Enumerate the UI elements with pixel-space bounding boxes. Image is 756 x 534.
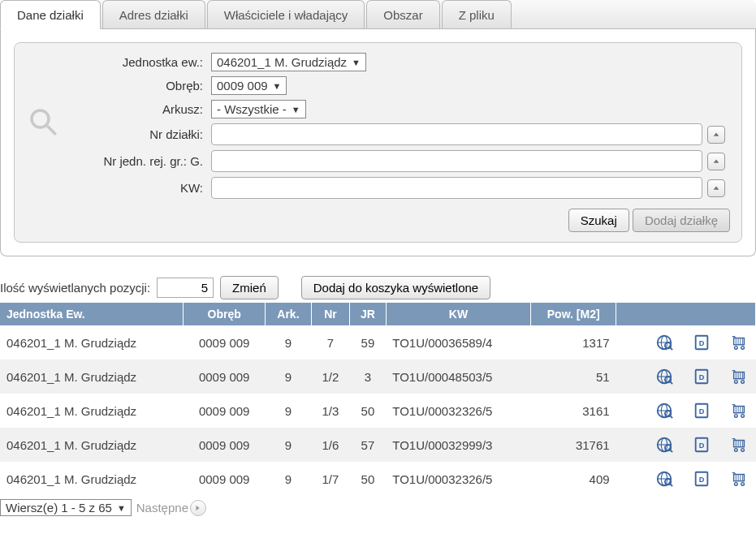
cell-jednostka: 046201_1 M. Grudziądz	[0, 394, 184, 428]
chevron-down-icon: ▼	[117, 503, 126, 513]
cell-pow: 1317	[531, 325, 616, 360]
cell-kw: TO1U/00032326/5	[386, 462, 530, 496]
obreb-value: 0009 009	[217, 79, 268, 93]
kw-input[interactable]	[211, 177, 702, 199]
label-jednostka-ew: Jednostka ew.:	[76, 55, 206, 69]
col-nr[interactable]: Nr	[311, 303, 349, 325]
table-row: 046201_1 M. Grudziądz0009 00991/23TO1U/0…	[0, 360, 756, 394]
arkusz-value: - Wszystkie -	[217, 102, 287, 116]
cell-nr: 1/6	[311, 428, 349, 462]
obreb-select[interactable]: 0009 009 ▼	[211, 76, 287, 95]
cell-kw: TO1U/00036589/4	[386, 325, 530, 360]
cell-jednostka: 046201_1 M. Grudziądz	[0, 325, 184, 360]
label-nr-jedn-rej: Nr jedn. rej. gr.: G.	[76, 154, 206, 168]
cell-ark: 9	[266, 462, 312, 496]
cell-kw: TO1U/00032326/5	[386, 394, 530, 428]
tab-obszar[interactable]: Obszar	[366, 0, 439, 28]
label-arkusz: Arkusz:	[76, 102, 206, 116]
cell-obreb: 0009 009	[184, 394, 266, 428]
cart-icon[interactable]	[728, 334, 750, 351]
map-search-icon[interactable]	[654, 368, 675, 385]
jednostka-ew-select[interactable]: 046201_1 M. Grudziądz ▼	[211, 53, 366, 71]
cart-icon[interactable]	[728, 436, 750, 454]
add-parcel-button[interactable]: Dodaj działkę	[633, 209, 730, 232]
col-jr[interactable]: JR	[350, 303, 387, 325]
tab-dane-dzialki[interactable]: Dane działki	[0, 0, 101, 29]
col-actions	[616, 303, 756, 325]
cell-ark: 9	[266, 325, 312, 360]
col-kw[interactable]: KW	[386, 303, 530, 325]
table-row: 046201_1 M. Grudziądz0009 00991/750TO1U/…	[0, 462, 756, 496]
cell-jednostka: 046201_1 M. Grudziądz	[0, 360, 184, 394]
cell-ark: 9	[266, 394, 312, 428]
tab-z-pliku[interactable]: Z pliku	[442, 0, 512, 28]
nr-jedn-rej-input[interactable]	[211, 150, 702, 172]
search-button[interactable]: Szukaj	[568, 209, 629, 232]
cart-icon[interactable]	[728, 402, 750, 420]
label-obreb: Obręb:	[76, 79, 206, 93]
cell-ark: 9	[266, 360, 312, 394]
tab-wlasciciele[interactable]: Właściciele i władający	[207, 0, 365, 28]
cell-nr: 1/2	[311, 360, 349, 394]
cell-obreb: 0009 009	[184, 428, 266, 462]
nr-jedn-rej-stepper[interactable]	[707, 153, 725, 170]
cell-jr: 50	[350, 394, 387, 428]
table-row: 046201_1 M. Grudziądz0009 00991/350TO1U/…	[0, 394, 756, 428]
map-search-icon[interactable]	[654, 436, 675, 454]
tab-adres-dzialki[interactable]: Adres działki	[102, 0, 205, 28]
document-icon[interactable]	[691, 402, 712, 420]
cell-pow: 31761	[531, 428, 616, 462]
add-to-cart-visible-button[interactable]: Dodaj do koszyka wyświetlone	[301, 276, 490, 299]
cell-nr: 7	[311, 325, 349, 360]
next-icon	[190, 500, 206, 516]
col-obreb[interactable]: Obręb	[184, 303, 266, 325]
label-nr-dzialki: Nr działki:	[76, 127, 206, 141]
document-icon[interactable]	[691, 368, 712, 385]
col-jednostka[interactable]: Jednostka Ew.	[0, 303, 184, 325]
cell-obreb: 0009 009	[184, 462, 266, 496]
list-toolbar: Ilość wyświetlanych pozycji: Zmień Dodaj…	[0, 276, 756, 299]
map-search-icon[interactable]	[654, 402, 675, 420]
document-icon[interactable]	[691, 334, 712, 351]
kw-stepper[interactable]	[707, 179, 725, 197]
label-kw: KW:	[76, 181, 206, 195]
cell-nr: 1/7	[311, 462, 349, 496]
cell-ark: 9	[266, 428, 312, 462]
arkusz-select[interactable]: - Wszystkie - ▼	[211, 100, 306, 118]
chevron-down-icon: ▼	[292, 105, 300, 114]
chevron-down-icon: ▼	[273, 81, 282, 91]
map-search-icon[interactable]	[654, 334, 675, 351]
nr-dzialki-input[interactable]	[211, 123, 702, 145]
nr-dzialki-stepper[interactable]	[707, 126, 725, 144]
search-form: Jednostka ew.: 046201_1 M. Grudziądz ▼ O…	[14, 42, 742, 243]
cart-icon[interactable]	[728, 368, 750, 385]
cell-jr: 57	[350, 428, 387, 462]
results-table: Jednostka Ew. Obręb Ark. Nr JR KW Pow. […	[0, 303, 756, 496]
cell-nr: 1/3	[311, 394, 349, 428]
tab-panel: Jednostka ew.: 046201_1 M. Grudziądz ▼ O…	[0, 29, 756, 256]
page-range-value: Wiersz(e) 1 - 5 z 65	[6, 501, 112, 515]
display-count-input[interactable]	[157, 278, 214, 298]
cell-kw: TO1U/00032999/3	[386, 428, 530, 462]
cell-obreb: 0009 009	[184, 325, 266, 360]
document-icon[interactable]	[691, 436, 712, 454]
cell-jr: 3	[350, 360, 387, 394]
cart-icon[interactable]	[728, 470, 750, 488]
col-ark[interactable]: Ark.	[266, 303, 312, 325]
pager: Wiersz(e) 1 - 5 z 65 ▼ Następne	[0, 499, 756, 516]
cell-pow: 51	[531, 360, 616, 394]
chevron-down-icon: ▼	[352, 58, 361, 67]
document-icon[interactable]	[691, 470, 712, 488]
cell-jednostka: 046201_1 M. Grudziądz	[0, 428, 184, 462]
map-search-icon[interactable]	[654, 470, 675, 488]
cell-pow: 3161	[531, 394, 616, 428]
table-row: 046201_1 M. Grudziądz0009 00991/657TO1U/…	[0, 428, 756, 462]
cell-kw: TO1U/00048503/5	[386, 360, 530, 394]
search-icon	[26, 105, 71, 141]
page-range-select[interactable]: Wiersz(e) 1 - 5 z 65 ▼	[0, 499, 132, 516]
next-label: Następne	[136, 501, 188, 515]
col-pow[interactable]: Pow. [M2]	[531, 303, 616, 325]
next-page-link[interactable]: Następne	[136, 500, 206, 516]
change-count-button[interactable]: Zmień	[220, 276, 279, 299]
cell-jr: 50	[350, 462, 387, 496]
